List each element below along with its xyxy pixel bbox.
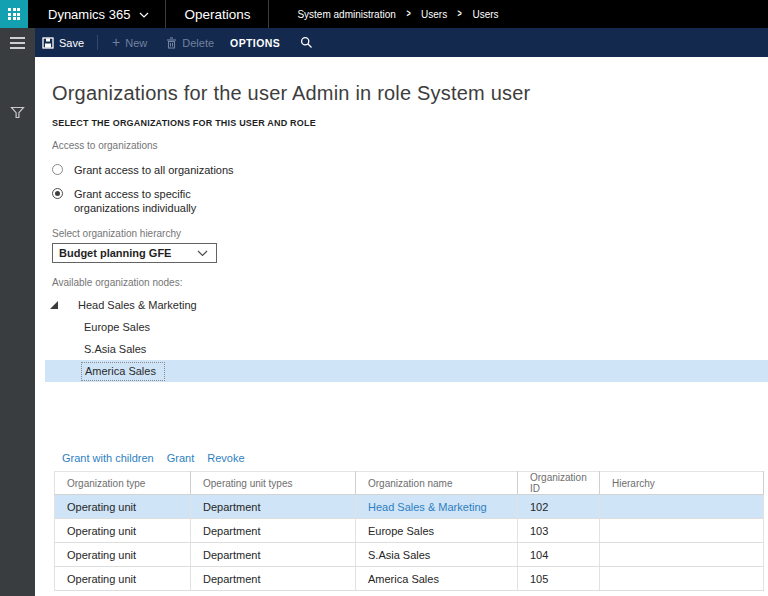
available-nodes-label: Available organization nodes: (52, 277, 768, 288)
delete-label: Delete (182, 37, 214, 49)
radio-grant-specific-organizations[interactable]: Grant access to specific organizations i… (52, 187, 768, 215)
radio-button-selected-icon (52, 188, 63, 199)
tree-node-label: S.Asia Sales (81, 343, 146, 355)
cell-organization-type[interactable]: Operating unit (55, 567, 191, 591)
app-launcher-icon (8, 8, 20, 20)
search-icon (300, 36, 313, 49)
radio-label: Grant access to all organizations (74, 163, 234, 177)
column-header-organization-name[interactable]: Organization name (356, 472, 518, 495)
radio-label: Grant access to specific organizations i… (74, 187, 222, 215)
organization-nodes-tree: Head Sales & Marketing Europe Sales S.As… (45, 294, 768, 382)
new-button[interactable]: + New (112, 37, 147, 49)
grant-link[interactable]: Grant (167, 452, 195, 464)
cell-hierarchy[interactable] (600, 495, 764, 519)
add-icon: + (112, 37, 120, 48)
product-name: Dynamics 365 (48, 7, 130, 22)
command-bar-divider (97, 35, 98, 50)
app-launcher-button[interactable] (0, 0, 28, 28)
grant-with-children-link[interactable]: Grant with children (62, 452, 154, 464)
main-content: Organizations for the user Admin in role… (35, 57, 768, 596)
table-row[interactable]: Operating unit Department S.Asia Sales 1… (55, 543, 764, 567)
save-button[interactable]: Save (42, 37, 84, 49)
organizations-table: Organization type Operating unit types O… (54, 471, 764, 591)
chevron-down-icon (139, 12, 149, 18)
delete-button[interactable]: Delete (166, 37, 214, 49)
tree-node-label: America Sales (81, 362, 165, 381)
page-title: Organizations for the user Admin in role… (52, 81, 768, 105)
menu-toggle-button[interactable] (0, 28, 35, 58)
product-menu[interactable]: Dynamics 365 (48, 0, 149, 28)
cell-organization-id[interactable]: 102 (518, 495, 600, 519)
revoke-link[interactable]: Revoke (207, 452, 244, 464)
save-label: Save (59, 37, 84, 49)
navigation-sidebar (0, 28, 35, 596)
hierarchy-selected-value: Budget planning GFE (59, 247, 171, 259)
cell-operating-unit-types[interactable]: Department (191, 567, 356, 591)
table-row[interactable]: Operating unit Department America Sales … (55, 567, 764, 591)
radio-button-icon (52, 164, 63, 175)
tree-node-child-selected[interactable]: America Sales (45, 360, 768, 382)
tree-node-label: Europe Sales (81, 321, 150, 333)
cell-operating-unit-types[interactable]: Department (191, 519, 356, 543)
section-header: SELECT THE ORGANIZATIONS FOR THIS USER A… (52, 118, 768, 128)
options-button[interactable]: OPTIONS (230, 37, 280, 49)
breadcrumb-item-area[interactable]: Users (421, 9, 447, 20)
cell-hierarchy[interactable] (600, 519, 764, 543)
table-header-row: Organization type Operating unit types O… (55, 472, 764, 495)
breadcrumb-item-page[interactable]: Users (472, 9, 498, 20)
cell-organization-name[interactable]: America Sales (356, 567, 518, 591)
tree-expanded-icon (49, 300, 59, 310)
chevron-down-icon (197, 250, 208, 257)
cell-hierarchy[interactable] (600, 543, 764, 567)
tree-node-root[interactable]: Head Sales & Marketing (45, 294, 768, 316)
hamburger-icon (10, 37, 25, 39)
cell-organization-name[interactable]: S.Asia Sales (356, 543, 518, 567)
cell-organization-type[interactable]: Operating unit (55, 495, 191, 519)
dynamics365-operations-window: Dynamics 365 Operations System administr… (0, 0, 768, 596)
cell-organization-id[interactable]: 105 (518, 567, 600, 591)
top-navigation-bar: Dynamics 365 Operations System administr… (0, 0, 768, 28)
breadcrumb: System administration > Users > Users (297, 0, 498, 28)
access-to-organizations-label: Access to organizations (52, 140, 768, 151)
cell-organization-id[interactable]: 104 (518, 543, 600, 567)
filter-icon (10, 105, 25, 120)
search-button[interactable] (300, 36, 313, 49)
radio-grant-all-organizations[interactable]: Grant access to all organizations (52, 163, 768, 177)
filter-pane-button[interactable] (0, 105, 35, 120)
table-row-selected[interactable]: Operating unit Department Head Sales & M… (55, 495, 764, 519)
command-bar: Save + New Delete OPTIONS (35, 28, 768, 57)
column-header-organization-id[interactable]: Organization ID (518, 472, 600, 495)
app-name[interactable]: Operations (166, 0, 268, 28)
delete-icon (166, 37, 177, 49)
column-header-organization-type[interactable]: Organization type (55, 472, 191, 495)
cell-operating-unit-types[interactable]: Department (191, 495, 356, 519)
cell-organization-name-link[interactable]: Head Sales & Marketing (356, 495, 518, 519)
tree-node-label: Head Sales & Marketing (78, 299, 197, 311)
hierarchy-select-label: Select organization hierarchy (52, 228, 768, 239)
cell-organization-type[interactable]: Operating unit (55, 543, 191, 567)
cell-organization-id[interactable]: 103 (518, 519, 600, 543)
cell-organization-name[interactable]: Europe Sales (356, 519, 518, 543)
chevron-right-icon: > (458, 8, 462, 20)
organization-hierarchy-select[interactable]: Budget planning GFE (52, 243, 217, 263)
column-header-hierarchy[interactable]: Hierarchy (600, 472, 764, 495)
cell-organization-type[interactable]: Operating unit (55, 519, 191, 543)
save-icon (42, 37, 54, 49)
table-row[interactable]: Operating unit Department Europe Sales 1… (55, 519, 764, 543)
column-header-operating-unit-types[interactable]: Operating unit types (191, 472, 356, 495)
breadcrumb-item-module[interactable]: System administration (297, 9, 395, 20)
chevron-right-icon: > (406, 8, 410, 20)
grant-actions: Grant with children Grant Revoke (62, 452, 768, 464)
tree-node-child[interactable]: Europe Sales (45, 316, 768, 338)
topbar-divider (268, 0, 269, 28)
new-label: New (125, 37, 147, 49)
tree-node-child[interactable]: S.Asia Sales (45, 338, 768, 360)
cell-operating-unit-types[interactable]: Department (191, 543, 356, 567)
cell-hierarchy[interactable] (600, 567, 764, 591)
